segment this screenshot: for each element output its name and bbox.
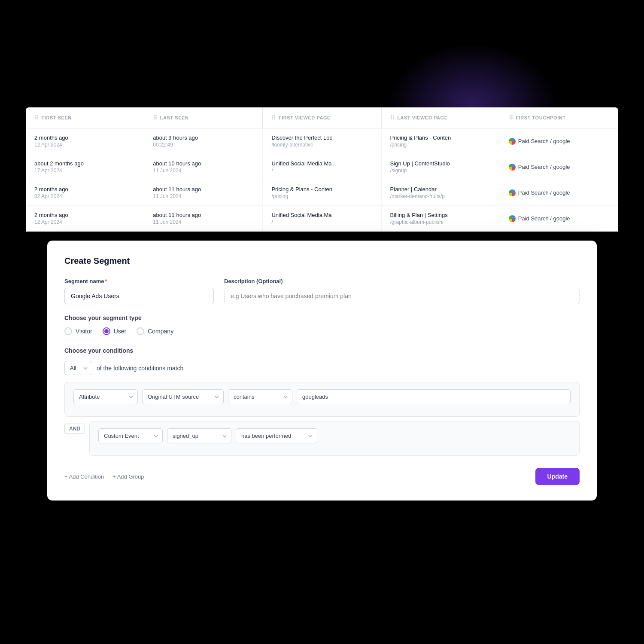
match-select[interactable]: All Any bbox=[64, 361, 92, 375]
google-icon bbox=[509, 164, 516, 171]
radio-user-indicator bbox=[104, 329, 109, 333]
description-group: Description (Optional) bbox=[224, 278, 580, 304]
condition-row-1: Attribute Custom Event Original UTM sour… bbox=[73, 389, 571, 404]
segment-type-radio-group: Visitor User Company bbox=[64, 327, 580, 335]
table-row[interactable]: 2 months ago 12 Apr 2024 about 11 hours … bbox=[26, 206, 618, 232]
condition-group-1: Attribute Custom Event Original UTM sour… bbox=[64, 382, 580, 417]
radio-company[interactable]: Company bbox=[137, 327, 173, 335]
cell-first-viewed: Discover the Perfect Loc /loomly-alterna… bbox=[263, 128, 381, 154]
condition-row-2: Attribute Custom Event signed_up page_vi… bbox=[98, 428, 571, 443]
cell-first-viewed: Unified Social Media Ma / bbox=[263, 206, 381, 231]
grip-icon: ⠿ bbox=[509, 114, 513, 121]
segment-type-label: Choose your segment type bbox=[64, 314, 580, 321]
condition-field-select-1[interactable]: Original UTM source UTM medium UTM campa… bbox=[142, 389, 224, 404]
segment-name-group: Segment name* bbox=[64, 278, 214, 304]
conditions-match-row: All Any of the following conditions matc… bbox=[64, 361, 580, 375]
cell-last-seen: about 9 hours ago 00:22:49 bbox=[144, 128, 263, 154]
add-group-link[interactable]: + Add Group bbox=[112, 473, 144, 480]
cell-touchpoint: Paid Search / google bbox=[500, 128, 618, 154]
radio-user-button[interactable] bbox=[103, 327, 110, 335]
add-condition-link[interactable]: + Add Condition bbox=[64, 473, 104, 480]
modal-title: Create Segment bbox=[64, 256, 580, 266]
segment-name-input[interactable] bbox=[64, 288, 214, 304]
radio-user[interactable]: User bbox=[103, 327, 127, 335]
cell-last-viewed: Billing & Plan | Settings /graphic-album… bbox=[382, 206, 500, 231]
update-button[interactable]: Update bbox=[535, 468, 580, 485]
and-badge: AND bbox=[64, 424, 85, 434]
cell-touchpoint: Paid Search / google bbox=[500, 206, 618, 231]
condition-operator-select-2[interactable]: has been performed has not been performe… bbox=[236, 428, 317, 443]
google-icon bbox=[509, 189, 516, 196]
radio-visitor[interactable]: Visitor bbox=[64, 327, 92, 335]
cell-first-seen: 2 months ago 12 Apr 2024 bbox=[26, 206, 144, 231]
add-actions: + Add Condition + Add Group bbox=[64, 473, 144, 480]
google-icon bbox=[509, 215, 516, 222]
modal-footer: + Add Condition + Add Group Update bbox=[64, 468, 580, 485]
th-first-viewed-page: ⠿ FIRST VIEWED PAGE bbox=[263, 107, 381, 128]
table-row[interactable]: about 2 months ago 17 Apr 2024 about 10 … bbox=[26, 154, 618, 180]
grip-icon: ⠿ bbox=[390, 114, 395, 121]
table-row[interactable]: 2 months ago 02 Apr 2024 about 11 hours … bbox=[26, 180, 618, 206]
th-first-seen: ⠿ FIRST SEEN bbox=[26, 107, 144, 128]
table-container: ⠿ FIRST SEEN ⠿ LAST SEEN ⠿ FIRST VIEWED … bbox=[26, 107, 618, 232]
cell-last-seen: about 11 hours ago 11 Jun 2024 bbox=[144, 206, 263, 231]
cell-first-seen: 2 months ago 02 Apr 2024 bbox=[26, 180, 144, 205]
condition-type-select-2[interactable]: Attribute Custom Event bbox=[98, 428, 163, 443]
cell-first-viewed: Pricing & Plans - Conten /pricing bbox=[263, 180, 381, 205]
th-last-seen: ⠿ LAST SEEN bbox=[144, 107, 263, 128]
cell-first-viewed: Unified Social Media Ma / bbox=[263, 154, 381, 180]
cell-last-seen: about 10 hours ago 11 Jun 2024 bbox=[144, 154, 263, 180]
description-label: Description (Optional) bbox=[224, 278, 580, 284]
cell-touchpoint: Paid Search / google bbox=[500, 154, 618, 180]
cell-last-viewed: Sign Up | ContentStudio /signup bbox=[382, 154, 500, 180]
cell-last-seen: about 11 hours ago 11 Jun 2024 bbox=[144, 180, 263, 205]
condition-operator-select-1[interactable]: contains equals starts with bbox=[228, 389, 292, 404]
table-header: ⠿ FIRST SEEN ⠿ LAST SEEN ⠿ FIRST VIEWED … bbox=[26, 107, 618, 128]
condition-type-select-1[interactable]: Attribute Custom Event bbox=[73, 389, 138, 404]
th-first-touchpoint: ⠿ FIRST TOUCHPOINT bbox=[500, 107, 618, 128]
conditions-header: Choose your conditions bbox=[64, 347, 580, 354]
table-row[interactable]: 2 months ago 12 Apr 2024 about 9 hours a… bbox=[26, 128, 618, 154]
grip-icon: ⠿ bbox=[153, 114, 158, 121]
radio-visitor-button[interactable] bbox=[64, 327, 72, 335]
radio-company-label: Company bbox=[148, 328, 173, 335]
condition-field-select-2[interactable]: signed_up page_viewed clicked bbox=[167, 428, 231, 443]
condition-group-2: Attribute Custom Event signed_up page_vi… bbox=[89, 421, 580, 456]
cell-touchpoint: Paid Search / google bbox=[500, 180, 618, 205]
segment-name-label: Segment name* bbox=[64, 278, 214, 284]
description-input[interactable] bbox=[224, 288, 580, 304]
condition-value-input-1[interactable] bbox=[297, 389, 571, 404]
match-suffix-text: of the following conditions match bbox=[97, 365, 183, 372]
radio-user-label: User bbox=[114, 328, 127, 335]
cell-last-viewed: Pricing & Plans - Conten /pricing bbox=[382, 128, 500, 154]
cell-first-seen: 2 months ago 12 Apr 2024 bbox=[26, 128, 144, 154]
google-icon bbox=[509, 138, 516, 145]
grip-icon: ⠿ bbox=[271, 114, 276, 121]
create-segment-modal: Create Segment Segment name* Description… bbox=[47, 241, 597, 501]
cell-first-seen: about 2 months ago 17 Apr 2024 bbox=[26, 154, 144, 180]
grip-icon: ⠿ bbox=[34, 114, 39, 121]
radio-company-button[interactable] bbox=[137, 327, 144, 335]
cell-last-viewed: Planner | Calendar /market-demand-fruits… bbox=[382, 180, 500, 205]
th-last-viewed-page: ⠿ LAST VIEWED PAGE bbox=[382, 107, 500, 128]
radio-visitor-label: Visitor bbox=[76, 328, 92, 335]
